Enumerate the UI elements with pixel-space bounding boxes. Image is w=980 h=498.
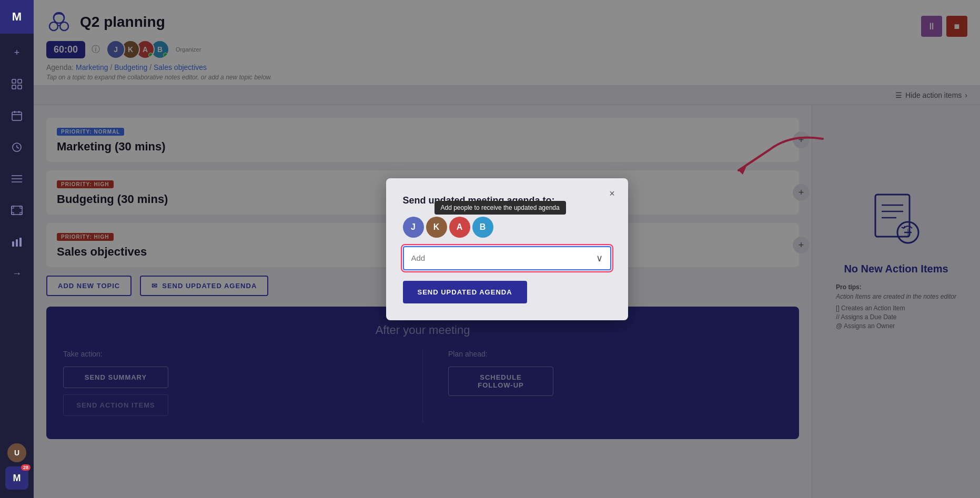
modal-avatar-4: B — [472, 217, 493, 238]
svg-rect-1 — [18, 79, 22, 83]
modal-tooltip: Add people to receive the updated agenda — [435, 201, 566, 215]
modal-overlay: × Send updated meeting agenda to: J K A … — [34, 0, 980, 498]
modal-avatar-3: A — [449, 217, 470, 238]
svg-rect-3 — [18, 85, 22, 89]
logo-text: M — [12, 10, 22, 24]
svg-rect-2 — [12, 85, 16, 89]
sidebar-menu-icon[interactable] — [4, 166, 29, 191]
add-recipient-input[interactable] — [411, 253, 596, 262]
app-badge-wrapper: M 28 — [5, 466, 28, 490]
notification-badge: 28 — [21, 464, 31, 471]
svg-rect-21 — [19, 238, 22, 247]
modal-send-button[interactable]: SEND UPDATED AGENDA — [403, 281, 527, 303]
sidebar-clock-icon[interactable] — [4, 135, 29, 160]
app-icon-letter: M — [13, 473, 21, 484]
sidebar: M + — [0, 0, 34, 498]
svg-rect-4 — [12, 112, 22, 120]
main-area: 🔍 Search... U Q2 planning 60:00 ⓘ — [34, 0, 980, 498]
sidebar-calendar-icon[interactable] — [4, 103, 29, 128]
sidebar-arrow-icon[interactable]: → — [4, 261, 29, 286]
sidebar-chart-icon[interactable] — [4, 229, 29, 255]
svg-rect-20 — [16, 239, 18, 247]
modal-input-wrapper: ∨ — [403, 246, 611, 270]
sidebar-bottom: U M 28 — [5, 443, 28, 498]
user-avatar-sidebar[interactable]: U — [7, 443, 26, 462]
svg-rect-0 — [12, 79, 16, 83]
svg-rect-14 — [12, 206, 22, 215]
send-agenda-modal: × Send updated meeting agenda to: J K A … — [386, 178, 628, 320]
sidebar-film-icon[interactable] — [4, 198, 29, 223]
modal-avatar-1: J — [403, 217, 424, 238]
app-logo[interactable]: M — [0, 0, 34, 34]
modal-avatars-wrapper: J K A B Add people to receive the update… — [403, 217, 611, 238]
dropdown-chevron-icon[interactable]: ∨ — [596, 252, 603, 264]
modal-close-button[interactable]: × — [605, 187, 620, 201]
modal-avatar-2: K — [426, 217, 447, 238]
svg-rect-19 — [12, 241, 14, 247]
sidebar-grid-icon[interactable] — [4, 72, 29, 97]
svg-line-10 — [17, 147, 19, 148]
modal-avatars-row: J K A B — [403, 217, 611, 238]
sidebar-add-button[interactable]: + — [4, 40, 29, 65]
